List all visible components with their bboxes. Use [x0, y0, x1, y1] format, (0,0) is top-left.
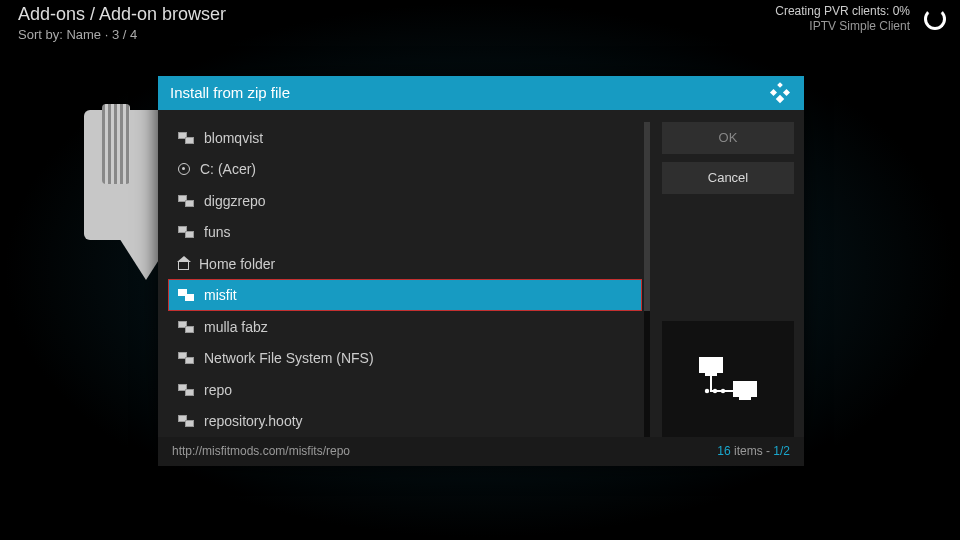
network-icon: [178, 226, 194, 238]
ok-button[interactable]: OK: [662, 122, 794, 154]
svg-rect-2: [783, 89, 790, 96]
network-icon: [178, 195, 194, 207]
file-item-label: misfit: [204, 287, 237, 303]
svg-rect-6: [733, 381, 757, 397]
svg-rect-5: [705, 373, 717, 376]
scrollbar-thumb[interactable]: [644, 122, 650, 311]
file-item-funs[interactable]: funs: [168, 216, 642, 248]
file-item-label: repository.hooty: [204, 413, 303, 429]
file-item-home-folder[interactable]: Home folder: [168, 248, 642, 280]
svg-point-8: [705, 389, 709, 393]
svg-rect-12: [710, 390, 740, 392]
file-item-network-file-system-nfs-[interactable]: Network File System (NFS): [168, 342, 642, 374]
disk-icon: [178, 163, 190, 175]
footer-count: 16 items - 1/2: [717, 444, 790, 458]
file-item-label: mulla fabz: [204, 319, 268, 335]
network-icon: [178, 321, 194, 333]
file-item-c-acer-[interactable]: C: (Acer): [168, 153, 642, 185]
network-icon: [178, 132, 194, 144]
svg-rect-3: [776, 95, 784, 103]
status-pvr: Creating PVR clients: 0%: [775, 4, 910, 18]
file-item-misfit[interactable]: misfit: [168, 279, 642, 311]
loading-spinner-icon: [924, 8, 946, 30]
preview-pane: [662, 321, 794, 437]
network-icon: [178, 384, 194, 396]
file-item-label: funs: [204, 224, 230, 240]
svg-rect-7: [739, 397, 751, 400]
file-item-label: blomqvist: [204, 130, 263, 146]
file-item-repo[interactable]: repo: [168, 374, 642, 406]
home-icon: [178, 261, 189, 270]
file-item-label: diggzrepo: [204, 193, 266, 209]
dialog-title: Install from zip file: [170, 84, 290, 101]
network-icon: [178, 352, 194, 364]
network-icon: [178, 415, 194, 427]
file-item-blomqvist[interactable]: blomqvist: [168, 122, 642, 154]
network-share-icon: [693, 351, 763, 407]
file-item-label: Network File System (NFS): [204, 350, 374, 366]
svg-rect-4: [699, 357, 723, 373]
svg-rect-11: [710, 376, 712, 390]
breadcrumb: Add-ons / Add-on browser: [18, 4, 226, 25]
sort-by: Sort by: Name · 3 / 4: [18, 27, 226, 42]
footer-path: http://misfitmods.com/misfits/repo: [172, 444, 350, 458]
file-list[interactable]: blomqvistC: (Acer)diggzrepofunsHome fold…: [168, 122, 642, 437]
file-item-repository-hooty[interactable]: repository.hooty: [168, 405, 642, 437]
svg-rect-1: [770, 89, 777, 96]
file-item-mulla-fabz[interactable]: mulla fabz: [168, 311, 642, 343]
kodi-logo-icon: [768, 81, 792, 105]
svg-rect-0: [777, 82, 783, 88]
file-item-label: Home folder: [199, 256, 275, 272]
dialog-header: Install from zip file: [158, 76, 804, 110]
status-client: IPTV Simple Client: [809, 19, 910, 33]
file-item-label: repo: [204, 382, 232, 398]
cancel-button[interactable]: Cancel: [662, 162, 794, 194]
file-item-label: C: (Acer): [200, 161, 256, 177]
file-item-diggzrepo[interactable]: diggzrepo: [168, 185, 642, 217]
install-from-zip-dialog: Install from zip file blomqvistC: (Acer)…: [158, 76, 804, 466]
scrollbar[interactable]: [644, 122, 650, 437]
network-icon: [178, 289, 194, 301]
